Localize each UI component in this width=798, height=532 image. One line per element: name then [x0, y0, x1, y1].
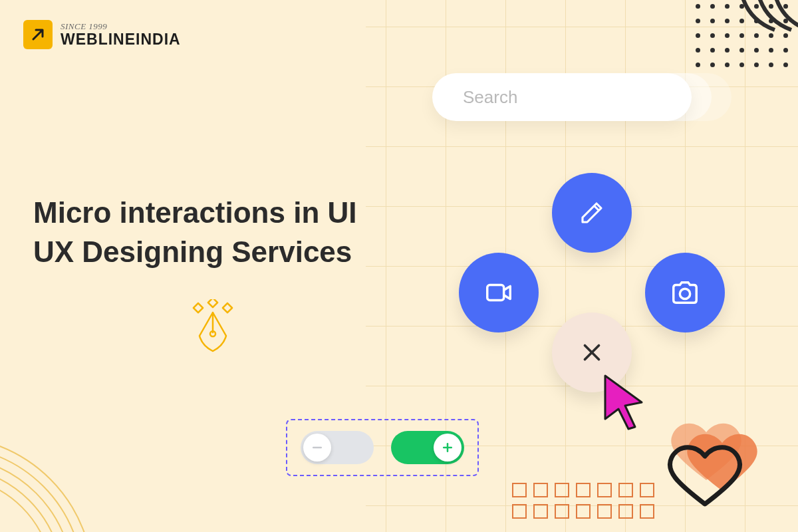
- pencil-icon: [578, 199, 606, 227]
- hearts-decoration: [658, 416, 771, 519]
- video-icon: [483, 277, 514, 308]
- svg-point-18: [0, 436, 93, 532]
- toggle-knob: [303, 434, 331, 462]
- svg-rect-4: [208, 299, 217, 307]
- close-icon: [580, 340, 604, 364]
- logo-name: WEBLINEINDIA: [61, 32, 181, 47]
- toggle-knob: [434, 434, 462, 462]
- svg-point-1: [210, 331, 215, 336]
- arrow-icon: [30, 27, 46, 43]
- svg-rect-7: [487, 285, 504, 301]
- toggle-off[interactable]: [301, 431, 374, 464]
- toggle-selection-box: [286, 419, 479, 476]
- camera-icon: [670, 277, 700, 308]
- cursor-icon: [602, 372, 655, 435]
- svg-point-17: [0, 446, 83, 532]
- camera-button[interactable]: [645, 253, 725, 332]
- logo-mark: [23, 20, 53, 49]
- brand-logo: SINCE 1999 WEBLINEINDIA: [23, 20, 181, 49]
- svg-rect-3: [223, 303, 232, 313]
- arc-decoration: [0, 436, 93, 532]
- search-input[interactable]: [463, 87, 679, 108]
- svg-rect-2: [194, 303, 203, 313]
- page-title: Micro interactions in UI UX Designing Se…: [33, 193, 366, 272]
- toggle-on[interactable]: [391, 431, 464, 464]
- pen-tool-icon: [186, 299, 239, 362]
- plus-icon: [441, 441, 454, 454]
- search-container: [432, 73, 692, 121]
- minus-icon: [311, 441, 324, 454]
- video-button[interactable]: [459, 253, 539, 332]
- svg-point-8: [680, 289, 690, 299]
- square-grid-decoration: [512, 483, 654, 519]
- dot-grid-decoration: [696, 4, 789, 68]
- search-bar[interactable]: [432, 73, 692, 121]
- edit-button[interactable]: [552, 173, 632, 253]
- logo-tagline: SINCE 1999: [61, 22, 181, 31]
